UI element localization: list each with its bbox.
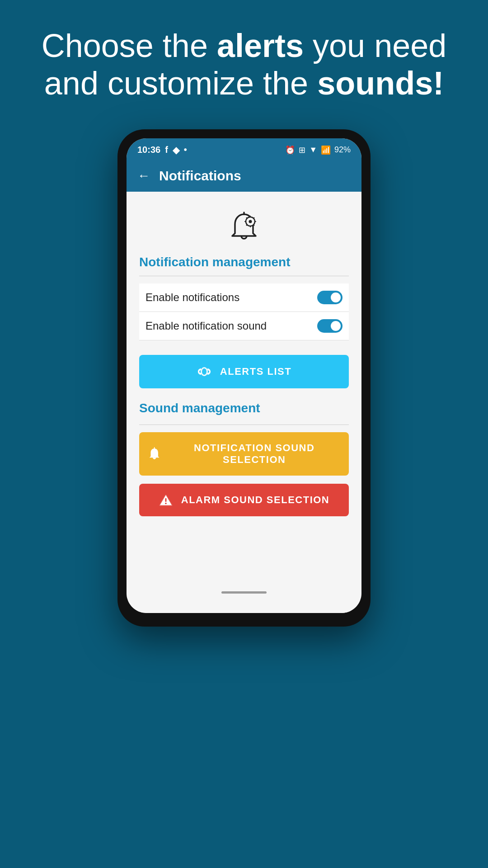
enable-notifications-row: Enable notifications xyxy=(139,283,349,312)
status-time: 10:36 xyxy=(137,145,160,155)
svg-rect-8 xyxy=(165,498,166,502)
notification-section-title: Notification management xyxy=(139,255,349,269)
screen-content: Notification management Enable notificat… xyxy=(127,192,361,613)
section-divider-1 xyxy=(139,276,349,276)
status-bar: 10:36 f ◆ • ⏰ ⊞ ▼ 📶 92% xyxy=(127,138,361,160)
home-indicator xyxy=(139,586,349,599)
home-bar xyxy=(221,591,267,594)
alarm-sound-label: ALARM SOUND SELECTION xyxy=(181,494,330,506)
facebook-icon: f xyxy=(165,145,168,155)
notification-section: Notification management Enable notificat… xyxy=(139,255,349,342)
section-divider-2 xyxy=(139,425,349,425)
enable-notifications-toggle[interactable] xyxy=(317,291,343,304)
enable-sound-row: Enable notification sound xyxy=(139,312,349,340)
status-bar-right: ⏰ ⊞ ▼ 📶 92% xyxy=(285,145,351,155)
wifi-icon: ▼ xyxy=(309,145,317,155)
app-bar: ← Notifications xyxy=(127,160,361,192)
dot-icon: • xyxy=(184,145,187,155)
alerts-list-label: ALERTS LIST xyxy=(220,366,291,377)
warning-icon xyxy=(159,494,173,506)
app-bar-title: Notifications xyxy=(159,168,241,184)
sound-section-title: Sound management xyxy=(139,401,349,415)
bell-yellow-icon xyxy=(148,447,160,461)
svg-point-9 xyxy=(165,502,167,504)
alarm-icon: ⏰ xyxy=(285,145,295,155)
phone-wrapper: 10:36 f ◆ • ⏰ ⊞ ▼ 📶 92% ← Notifications xyxy=(117,129,371,627)
hero-bold-sounds: sounds! xyxy=(317,65,444,101)
screen-icon: ⊞ xyxy=(299,145,305,155)
phone-screen: 10:36 f ◆ • ⏰ ⊞ ▼ 📶 92% ← Notifications xyxy=(127,138,361,613)
toggle-rows: Enable notifications Enable notification… xyxy=(139,283,349,340)
sound-section: Sound management NOTIFICATION SOUND SELE… xyxy=(139,401,349,516)
svg-point-4 xyxy=(202,368,206,375)
notification-sound-button[interactable]: NOTIFICATION SOUND SELECTION xyxy=(139,432,349,476)
status-bar-left: 10:36 f ◆ • xyxy=(137,145,187,156)
alerts-list-button[interactable]: ALERTS LIST xyxy=(139,355,349,388)
alarm-sound-button[interactable]: ALARM SOUND SELECTION xyxy=(139,484,349,516)
bell-settings-icon xyxy=(226,210,262,246)
signal-icon: 📶 xyxy=(321,145,331,155)
ghost-icon: ◆ xyxy=(173,145,179,156)
alerts-list-icon xyxy=(197,365,212,378)
svg-point-2 xyxy=(249,220,252,223)
bell-icon-wrap xyxy=(139,210,349,246)
notification-sound-label: NOTIFICATION SOUND SELECTION xyxy=(169,442,340,466)
enable-notifications-label: Enable notifications xyxy=(145,291,239,304)
back-button[interactable]: ← xyxy=(137,169,150,183)
hero-section: Choose the alerts you need and customize… xyxy=(0,0,488,120)
spacer xyxy=(139,516,349,586)
hero-bold-alerts: alerts xyxy=(217,28,304,64)
hero-text: Choose the alerts you need and customize… xyxy=(0,0,488,120)
enable-sound-toggle[interactable] xyxy=(317,319,343,333)
phone-frame: 10:36 f ◆ • ⏰ ⊞ ▼ 📶 92% ← Notifications xyxy=(117,129,371,627)
battery-text: 92% xyxy=(334,145,351,155)
enable-sound-label: Enable notification sound xyxy=(145,320,267,332)
